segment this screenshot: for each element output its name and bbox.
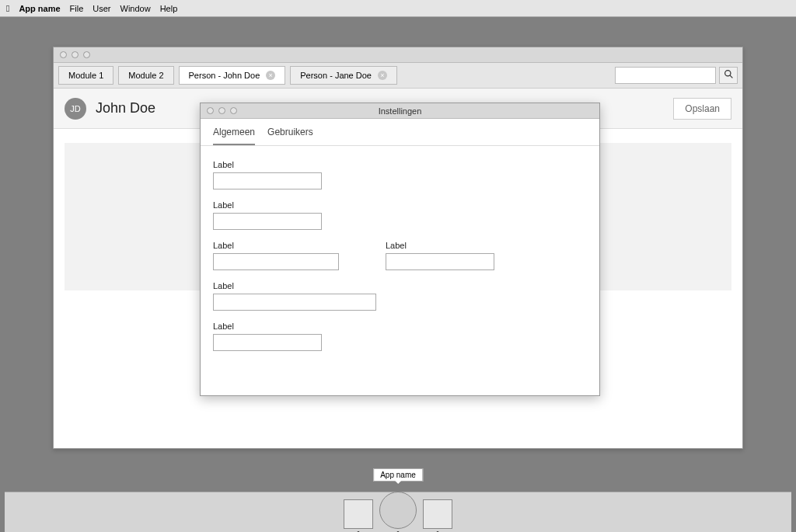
form-field: Label bbox=[213, 322, 587, 351]
search-button[interactable] bbox=[719, 67, 738, 84]
form-field: Label bbox=[213, 241, 339, 270]
dialog-titlebar[interactable]: Instellingen bbox=[201, 103, 599, 119]
settings-dialog: Instellingen Algemeen Gebruikers Label L… bbox=[200, 103, 600, 396]
svg-line-1 bbox=[730, 75, 732, 78]
dialog-body: Label Label Label Label Label Label bbox=[201, 146, 599, 376]
text-input[interactable] bbox=[213, 172, 322, 190]
form-field: Label bbox=[213, 281, 587, 311]
tab-close-icon[interactable]: × bbox=[378, 71, 387, 80]
tab-close-icon[interactable]: × bbox=[266, 71, 275, 80]
minimize-icon[interactable] bbox=[218, 107, 225, 114]
dock-tooltip: App name bbox=[373, 468, 423, 482]
field-label: Label bbox=[386, 241, 494, 250]
search-icon bbox=[724, 69, 734, 82]
tab-bar: Module 1 Module 2 Person - John Doe × Pe… bbox=[54, 63, 742, 89]
menu-file[interactable]: File bbox=[70, 4, 84, 13]
close-icon[interactable] bbox=[60, 51, 67, 58]
field-label: Label bbox=[213, 200, 587, 210]
menubar-app-name[interactable]: App name bbox=[19, 4, 60, 13]
dock: App name bbox=[5, 492, 791, 532]
menu-help[interactable]: Help bbox=[160, 4, 178, 13]
tab-label: Module 1 bbox=[68, 71, 103, 80]
field-label: Label bbox=[213, 241, 339, 250]
menu-user[interactable]: User bbox=[93, 4, 110, 13]
text-input[interactable] bbox=[213, 294, 376, 311]
tab-module-1[interactable]: Module 1 bbox=[58, 66, 113, 85]
text-input[interactable] bbox=[213, 253, 339, 270]
tab-person-jane-doe[interactable]: Person - Jane Doe × bbox=[290, 66, 397, 85]
dialog-tab-algemeen[interactable]: Algemeen bbox=[213, 127, 255, 145]
dock-app-tile[interactable] bbox=[344, 499, 373, 529]
maximize-icon[interactable] bbox=[83, 51, 90, 58]
form-field: Label bbox=[213, 200, 587, 230]
tab-label: Person - John Doe bbox=[189, 71, 260, 80]
search-input[interactable] bbox=[615, 67, 716, 84]
form-field: Label bbox=[386, 241, 494, 270]
dialog-title: Instellingen bbox=[201, 106, 599, 116]
menubar:  App name File User Window Help bbox=[0, 0, 796, 17]
text-input[interactable] bbox=[213, 334, 322, 351]
apple-icon[interactable]:  bbox=[6, 3, 9, 14]
page-title: John Doe bbox=[96, 100, 155, 116]
close-icon[interactable] bbox=[207, 107, 214, 114]
window-titlebar[interactable] bbox=[54, 47, 742, 63]
form-field: Label bbox=[213, 160, 587, 190]
dialog-tab-gebruikers[interactable]: Gebruikers bbox=[267, 127, 313, 145]
tab-label: Person - Jane Doe bbox=[300, 71, 372, 80]
tab-label: Module 2 bbox=[128, 71, 163, 80]
tab-module-2[interactable]: Module 2 bbox=[118, 66, 173, 85]
tab-person-john-doe[interactable]: Person - John Doe × bbox=[179, 66, 286, 85]
text-input[interactable] bbox=[213, 213, 322, 230]
save-button[interactable]: Opslaan bbox=[673, 98, 731, 120]
menu-window[interactable]: Window bbox=[120, 4, 151, 13]
maximize-icon[interactable] bbox=[230, 107, 237, 114]
field-label: Label bbox=[213, 160, 587, 169]
field-label: Label bbox=[213, 322, 587, 331]
field-label: Label bbox=[213, 281, 587, 290]
svg-point-0 bbox=[724, 71, 730, 76]
minimize-icon[interactable] bbox=[72, 51, 79, 58]
dock-app-tile[interactable] bbox=[423, 499, 452, 529]
dock-app-circle[interactable]: App name bbox=[379, 492, 417, 529]
text-input[interactable] bbox=[386, 253, 494, 270]
avatar: JD bbox=[65, 98, 86, 120]
dialog-tabs: Algemeen Gebruikers bbox=[201, 119, 599, 146]
